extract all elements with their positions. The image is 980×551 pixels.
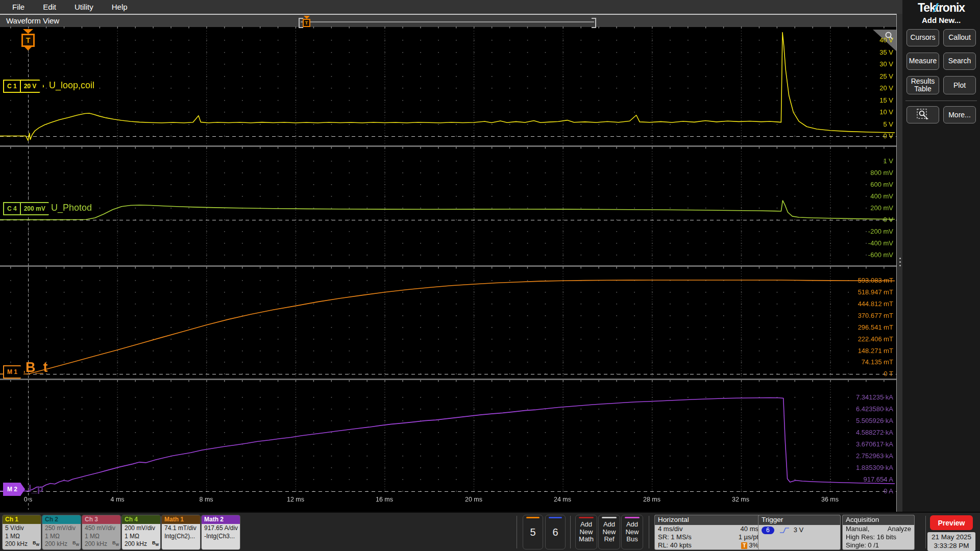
channel-badge-math1[interactable]: Math 174.1 mT/divIntg(Ch2)... [161, 515, 201, 550]
math2-badge-cell: M 2 [4, 484, 20, 495]
channel-color-stripe [549, 517, 562, 518]
add-new-search-button[interactable]: Search [943, 53, 976, 70]
channel-button-6[interactable]: 6 [545, 515, 566, 549]
trigger-position-marker[interactable]: T [303, 16, 310, 27]
channel-button-5[interactable]: 5 [523, 515, 543, 549]
channel-badge-title: Ch 4 [122, 515, 160, 524]
channel-badge-title: Math 2 [202, 515, 240, 524]
horizontal-row: RL: 40 kptsT3% [658, 541, 758, 549]
menu-item-help[interactable]: Help [105, 3, 135, 11]
trigger-source-pill: 6 [762, 527, 774, 534]
acquisition-panel-title: Acquisition [843, 515, 914, 525]
horizontal-panel[interactable]: Horizontal4 ms/div40 msSR: 1 MS/s1 µs/pt… [654, 515, 762, 550]
channel-badge-title: Ch 2 [42, 515, 81, 524]
time-text: 3:33:28 PM [927, 541, 975, 550]
oscilloscope-app: FileEditUtilityHelp Waveform View T T [0, 0, 980, 551]
trigger-flag-t-icon: T [21, 34, 35, 47]
date-text: 21 May 2025 [927, 533, 975, 541]
add-new-heading: Add New... [902, 16, 980, 24]
channel-badge-line: 917.65 A/div [204, 524, 240, 533]
math2-badge-shape[interactable]: M 2 [3, 483, 25, 496]
menu-item-edit[interactable]: Edit [36, 3, 63, 11]
channel-color-stripe [526, 517, 540, 518]
trigger-flag-arrow-icon [23, 29, 33, 34]
channel-badge-title: Ch 1 [3, 515, 41, 524]
bandwidth-limit-icon: BW [152, 539, 159, 548]
trigger-row: 63 V [762, 526, 837, 534]
acquisition-panel-rows: Manual,AnalyzeHigh Res: 16 bitsSingle: 0… [843, 525, 914, 549]
add-button-stripe [625, 517, 640, 518]
ch4-badge-cell: 200 mV [20, 203, 48, 214]
tektronix-logo: Tek/tronix [902, 1, 980, 15]
add-new-measure-button[interactable]: Measure [906, 53, 939, 70]
acquisition-row: High Res: 16 bits [846, 533, 911, 541]
waveform-canvas[interactable] [0, 27, 896, 510]
horizontal-row: 4 ms/div40 ms [658, 525, 758, 533]
add-new-results-table-button[interactable]: Results Table [906, 76, 939, 94]
magnifier-icon [884, 31, 894, 41]
sidebar-divider [905, 101, 977, 101]
channel-badge-ch2[interactable]: Ch 2250 mV/div1 MΩ200 kHzBW [42, 515, 81, 550]
rising-edge-icon [779, 527, 790, 534]
datetime-display: 21 May 2025 3:33:28 PM [927, 532, 975, 551]
math1-badge-cell: M 1 [4, 366, 20, 378]
channel-badge-line: 5 V/div [5, 524, 41, 533]
acquisition-row: Single: 0 /1 [846, 541, 911, 549]
bottombar-divider [649, 516, 649, 548]
ch4-badge-cell: C 4 [4, 203, 20, 214]
horizontal-panel-rows: 4 ms/div40 msSR: 1 MS/s1 µs/ptRL: 40 kpt… [655, 525, 762, 549]
waveform-view: Waveform View T T [0, 14, 896, 512]
timeline-line [301, 21, 594, 22]
add-button-stripe [602, 517, 617, 518]
menu-bar: FileEditUtilityHelp [0, 0, 902, 14]
add-button-stripe [579, 517, 594, 518]
trigger-panel[interactable]: Trigger63 V [758, 515, 841, 550]
trigger-flag-tip [24, 47, 32, 51]
preview-button[interactable]: Preview [930, 515, 973, 530]
channel-badge-line: 200 mV/div [125, 524, 160, 533]
horizontal-row: SR: 1 MS/s1 µs/pt [658, 533, 758, 541]
more-button[interactable]: More... [943, 106, 976, 123]
menu-item-file[interactable]: File [5, 3, 32, 11]
channel-badge-title: Math 1 [162, 515, 200, 524]
channel-badge-line: 74.1 mT/div [164, 524, 200, 533]
acquisition-row: Manual,Analyze [846, 525, 911, 533]
channel-badge-body: 450 mV/div1 MΩ200 kHzBW [82, 524, 120, 550]
bottombar-divider [570, 516, 571, 548]
horizontal-panel-title: Horizontal [655, 515, 762, 525]
bandwidth-limit-icon: BW [33, 539, 39, 548]
trigger-panel-title: Trigger [758, 515, 840, 525]
channel-badge-line: 250 mV/div [45, 524, 81, 533]
menu-item-utility[interactable]: Utility [67, 3, 101, 11]
waveform-view-title: Waveform View [6, 16, 59, 25]
channel-badge-math2[interactable]: Math 2917.65 A/div-Intg(Ch3... [201, 515, 240, 550]
timeline-overview[interactable]: T [299, 17, 596, 26]
channel-badge-line: -Intg(Ch3... [204, 533, 240, 541]
channel-badge-ch3[interactable]: Ch 3450 mV/div1 MΩ200 kHzBW [82, 515, 121, 550]
add-new-plot-button[interactable]: Plot [943, 76, 976, 94]
settings-bar: Preview 21 May 2025 3:33:28 PM Ch 15 V/d… [0, 512, 980, 551]
channel-badge-body: 917.65 A/div-Intg(Ch3... [202, 524, 240, 550]
trigger-level-flag[interactable]: T [21, 29, 35, 51]
add-new-ref-button[interactable]: AddNewRef [598, 515, 620, 549]
waveform-view-titlebar: Waveform View T [0, 14, 896, 27]
add-new-math-button[interactable]: AddNewMath [575, 515, 597, 549]
channel-badge-line: 450 mV/div [85, 524, 120, 533]
add-new-cursors-button[interactable]: Cursors [906, 29, 939, 46]
acquisition-panel[interactable]: AcquisitionManual,AnalyzeHigh Res: 16 bi… [842, 515, 915, 550]
trigger-position-icon: T [741, 542, 747, 549]
channel-badge-ch1[interactable]: Ch 15 V/div1 MΩ200 kHzBW [2, 515, 41, 550]
add-new-bus-button[interactable]: AddNewBus [621, 515, 643, 549]
trigger-marker-t-icon: T [303, 19, 310, 27]
channel-badge-title: Ch 3 [82, 515, 120, 524]
ch1-badge-shape[interactable]: C 120 V [3, 80, 44, 93]
channel-badge-ch4[interactable]: Ch 4200 mV/div1 MΩ200 kHzBW [121, 515, 161, 550]
bottombar-divider [925, 516, 926, 548]
math1-badge-shape[interactable]: M 1 [3, 365, 25, 379]
channel-badge-body: 250 mV/div1 MΩ200 kHzBW [42, 524, 81, 550]
channel-badge-body: 5 V/div1 MΩ200 kHzBW [3, 524, 41, 550]
add-new-callout-button[interactable]: Callout [943, 29, 976, 46]
trigger-panel-rows: 63 V [758, 526, 840, 534]
ch4-badge-shape[interactable]: C 4200 mV [3, 202, 53, 215]
zoom-select-button[interactable] [906, 106, 939, 123]
